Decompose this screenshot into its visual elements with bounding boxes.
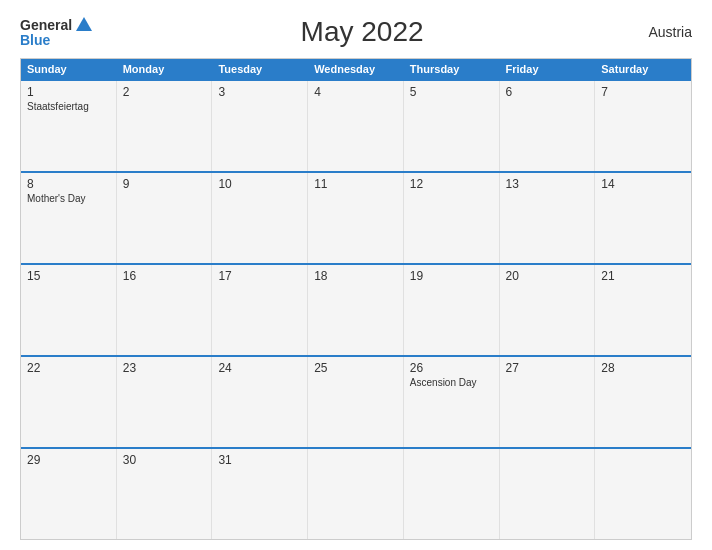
day-number: 14: [601, 177, 685, 191]
header-monday: Monday: [117, 59, 213, 79]
cal-cell-w2-d5: 13: [500, 173, 596, 263]
event-label: Mother's Day: [27, 193, 110, 204]
week-row-2: 8Mother's Day91011121314: [21, 171, 691, 263]
cal-cell-w1-d0: 1Staatsfeiertag: [21, 81, 117, 171]
calendar-body: 1Staatsfeiertag2345678Mother's Day910111…: [21, 79, 691, 539]
day-number: 13: [506, 177, 589, 191]
day-number: 3: [218, 85, 301, 99]
cal-cell-w2-d2: 10: [212, 173, 308, 263]
header: General Blue May 2022 Austria: [20, 16, 692, 48]
cal-cell-w4-d4: 26Ascension Day: [404, 357, 500, 447]
calendar-grid: Sunday Monday Tuesday Wednesday Thursday…: [20, 58, 692, 540]
day-number: 28: [601, 361, 685, 375]
day-number: 19: [410, 269, 493, 283]
cal-cell-w1-d4: 5: [404, 81, 500, 171]
cal-cell-w3-d0: 15: [21, 265, 117, 355]
day-number: 16: [123, 269, 206, 283]
cal-cell-w3-d1: 16: [117, 265, 213, 355]
day-number: 23: [123, 361, 206, 375]
cal-cell-w5-d1: 30: [117, 449, 213, 539]
day-number: 11: [314, 177, 397, 191]
cal-cell-w4-d3: 25: [308, 357, 404, 447]
day-number: 20: [506, 269, 589, 283]
cal-cell-w4-d5: 27: [500, 357, 596, 447]
cal-cell-w3-d5: 20: [500, 265, 596, 355]
event-label: Ascension Day: [410, 377, 493, 388]
cal-cell-w5-d4: [404, 449, 500, 539]
cal-cell-w1-d1: 2: [117, 81, 213, 171]
week-row-5: 293031: [21, 447, 691, 539]
cal-cell-w5-d6: [595, 449, 691, 539]
day-number: 17: [218, 269, 301, 283]
header-friday: Friday: [500, 59, 596, 79]
cal-cell-w4-d1: 23: [117, 357, 213, 447]
day-number: 30: [123, 453, 206, 467]
cal-cell-w1-d2: 3: [212, 81, 308, 171]
day-number: 27: [506, 361, 589, 375]
cal-cell-w2-d3: 11: [308, 173, 404, 263]
day-number: 7: [601, 85, 685, 99]
cal-cell-w2-d0: 8Mother's Day: [21, 173, 117, 263]
cal-cell-w1-d5: 6: [500, 81, 596, 171]
day-number: 25: [314, 361, 397, 375]
week-row-3: 15161718192021: [21, 263, 691, 355]
cal-cell-w4-d6: 28: [595, 357, 691, 447]
week-row-4: 2223242526Ascension Day2728: [21, 355, 691, 447]
day-number: 8: [27, 177, 110, 191]
day-number: 15: [27, 269, 110, 283]
cal-cell-w3-d3: 18: [308, 265, 404, 355]
header-saturday: Saturday: [595, 59, 691, 79]
day-number: 26: [410, 361, 493, 375]
day-number: 18: [314, 269, 397, 283]
day-number: 29: [27, 453, 110, 467]
cal-cell-w5-d5: [500, 449, 596, 539]
cal-cell-w3-d2: 17: [212, 265, 308, 355]
cal-cell-w5-d2: 31: [212, 449, 308, 539]
day-number: 31: [218, 453, 301, 467]
country-label: Austria: [632, 24, 692, 40]
day-number: 10: [218, 177, 301, 191]
day-number: 6: [506, 85, 589, 99]
day-number: 21: [601, 269, 685, 283]
header-tuesday: Tuesday: [212, 59, 308, 79]
cal-cell-w2-d4: 12: [404, 173, 500, 263]
cal-cell-w1-d6: 7: [595, 81, 691, 171]
logo-general: General: [20, 18, 72, 32]
logo: General Blue: [20, 17, 92, 47]
day-number: 2: [123, 85, 206, 99]
calendar-title: May 2022: [92, 16, 632, 48]
day-number: 4: [314, 85, 397, 99]
days-header-row: Sunday Monday Tuesday Wednesday Thursday…: [21, 59, 691, 79]
day-number: 24: [218, 361, 301, 375]
header-sunday: Sunday: [21, 59, 117, 79]
cal-cell-w3-d6: 21: [595, 265, 691, 355]
day-number: 5: [410, 85, 493, 99]
event-label: Staatsfeiertag: [27, 101, 110, 112]
week-row-1: 1Staatsfeiertag234567: [21, 79, 691, 171]
cal-cell-w4-d0: 22: [21, 357, 117, 447]
header-thursday: Thursday: [404, 59, 500, 79]
calendar-page: General Blue May 2022 Austria Sunday Mon…: [0, 0, 712, 550]
day-number: 12: [410, 177, 493, 191]
day-number: 1: [27, 85, 110, 99]
cal-cell-w2-d6: 14: [595, 173, 691, 263]
cal-cell-w1-d3: 4: [308, 81, 404, 171]
logo-blue: Blue: [20, 33, 50, 47]
header-wednesday: Wednesday: [308, 59, 404, 79]
cal-cell-w3-d4: 19: [404, 265, 500, 355]
cal-cell-w5-d3: [308, 449, 404, 539]
cal-cell-w4-d2: 24: [212, 357, 308, 447]
day-number: 9: [123, 177, 206, 191]
cal-cell-w2-d1: 9: [117, 173, 213, 263]
cal-cell-w5-d0: 29: [21, 449, 117, 539]
day-number: 22: [27, 361, 110, 375]
logo-triangle-icon: [76, 17, 92, 31]
